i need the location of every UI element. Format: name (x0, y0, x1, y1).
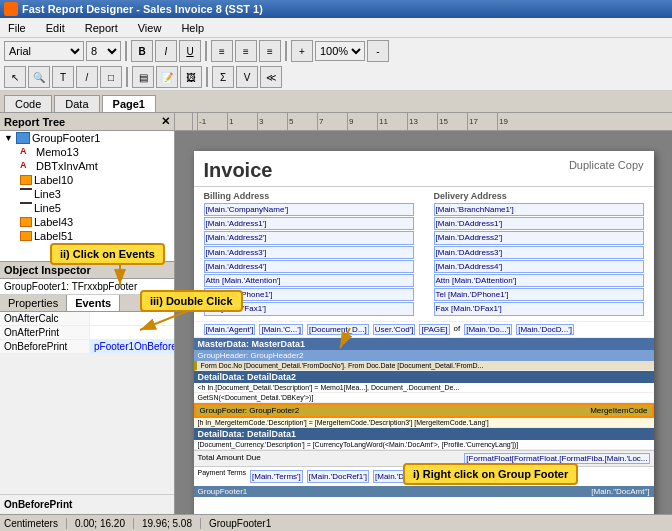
menu-file[interactable]: File (4, 20, 30, 36)
tree-item-line3[interactable]: Line3 (0, 187, 174, 201)
image-tool[interactable]: 🖼 (180, 66, 202, 88)
menu-help[interactable]: Help (177, 20, 208, 36)
callout-right-click: i) Right click on Group Footer (403, 463, 578, 485)
obj-val-2: pFooter1OnBeforePri... (90, 340, 174, 353)
tree-item-memo13[interactable]: A Memo13 (0, 145, 174, 159)
select-tool[interactable]: ↖ (4, 66, 26, 88)
underline-button[interactable]: U (179, 40, 201, 62)
line-icon (20, 188, 32, 200)
tab-code[interactable]: Code (4, 95, 52, 112)
field-dattention: Attn [Main.'DAttention'] (434, 274, 644, 287)
report-tree-header: Report Tree ✕ (0, 113, 174, 131)
callout-double-click-container: iii) Double Click (140, 290, 243, 312)
font-size-select[interactable]: 8 (86, 41, 121, 61)
field-company: [Main.'CompanyName'] (204, 203, 414, 216)
ruler-corner (175, 113, 193, 131)
meta-doc: [Document_D...] (307, 324, 369, 335)
tree-item-label51[interactable]: Label51 (0, 229, 174, 243)
rect-tool[interactable]: □ (100, 66, 122, 88)
group-icon (16, 132, 30, 144)
zoom-in-button[interactable]: + (291, 40, 313, 62)
invoice-addresses: Billing Address [Main.'CompanyName'] [Ma… (194, 187, 654, 322)
tree-label: Line5 (34, 202, 61, 214)
footer-terms-label: Payment Terms (198, 469, 247, 484)
callout-events-container: ii) Click on Events (50, 243, 165, 265)
horizontal-ruler: -1 1 3 5 7 9 11 13 15 17 19 (175, 113, 672, 131)
obj-key-2: OnBeforePrint (0, 340, 90, 353)
field-branch: [Main.'BranchName1'] (434, 203, 644, 216)
obj-val-0 (90, 312, 174, 325)
misc-tool[interactable]: ≪ (260, 66, 282, 88)
tree-item-dbtx[interactable]: A DBTxInvAmt (0, 159, 174, 173)
ruler-tick-1: 1 (227, 113, 257, 131)
zoom-out-button[interactable]: - (367, 40, 389, 62)
line-icon2 (20, 202, 32, 214)
tab-events[interactable]: Events (67, 295, 120, 311)
ruler-tick-15: 15 (437, 113, 467, 131)
zoom-tool[interactable]: 🔍 (28, 66, 50, 88)
tree-label: Label10 (34, 174, 73, 186)
font-select[interactable]: Arial (4, 41, 84, 61)
page-canvas: Invoice Duplicate Copy Billing Address [… (194, 151, 654, 514)
label-icon2 (20, 217, 32, 227)
report-tree-close[interactable]: ✕ (161, 115, 170, 128)
tree-label: Label43 (34, 216, 73, 228)
menu-report[interactable]: Report (81, 20, 122, 36)
meta-of: of (454, 324, 461, 335)
obj-inspector-label: Object Inspector (4, 264, 91, 276)
meta-user: User.'Cod'] (373, 324, 416, 335)
canvas-area[interactable]: -1 1 3 5 7 9 11 13 15 17 19 Invoice Dupl… (175, 113, 672, 514)
meta-docd: [Main.'DocD...'] (516, 324, 574, 335)
ruler-tick-19: 19 (497, 113, 527, 131)
separator-5 (206, 67, 208, 87)
ruler-tick-13: 13 (407, 113, 437, 131)
memo-tool[interactable]: 📝 (156, 66, 178, 88)
obj-row-2[interactable]: OnBeforePrint pFooter1OnBeforePri... (0, 340, 174, 354)
tree-item-label43[interactable]: Label43 (0, 215, 174, 229)
obj-row-1[interactable]: OnAfterPrint (0, 326, 174, 340)
total-field: [FormatFloat[FormatFloat.[FormatFiba.[Ma… (464, 453, 649, 464)
footer-ref1: [Main.'Terms'] (250, 470, 303, 483)
band-tool[interactable]: ▤ (132, 66, 154, 88)
var-tool[interactable]: V (236, 66, 258, 88)
tree-label: DBTxInvAmt (36, 160, 98, 172)
line-tool[interactable]: / (76, 66, 98, 88)
invoice-title: Invoice (204, 159, 273, 182)
expand-arrow: ▼ (4, 133, 16, 143)
menu-view[interactable]: View (134, 20, 166, 36)
invoice-meta: [Main.'Agent'] [Main.'C...'] [Document_D… (194, 322, 654, 338)
menu-edit[interactable]: Edit (42, 20, 69, 36)
footer-ref2: [Main.'DocRef1'] (307, 470, 369, 483)
detaildata2-content: [Document_Currency.'Description'] = [Cur… (194, 440, 654, 450)
tree-item-label10[interactable]: Label10 (0, 173, 174, 187)
align-center-button[interactable]: ≡ (235, 40, 257, 62)
field-address2: [Main.'Address2'] (204, 231, 414, 244)
tree-label: Memo13 (36, 146, 79, 158)
delivery-address: Delivery Address [Main.'BranchName1'] [M… (434, 191, 644, 317)
ruler-tick-3: 3 (257, 113, 287, 131)
status-size: 19.96; 5.08 (142, 518, 201, 529)
italic-button[interactable]: I (155, 40, 177, 62)
report-tree: ▼ GroupFooter1 A Memo13 A DBTxInvAmt Lab… (0, 131, 174, 261)
label-icon (20, 175, 32, 185)
field-daddress1: [Main.'DAddress1'] (434, 217, 644, 230)
field-daddress3: [Main.'DAddress3'] (434, 246, 644, 259)
obj-val-1 (90, 326, 174, 339)
object-toolbar: ↖ 🔍 T / □ ▤ 📝 🖼 Σ V ≪ (0, 64, 672, 90)
align-left-button[interactable]: ≡ (211, 40, 233, 62)
sum-tool[interactable]: Σ (212, 66, 234, 88)
tab-data[interactable]: Data (54, 95, 99, 112)
detaildata-header: DetailData: DetailData2 (194, 371, 654, 383)
zoom-select[interactable]: 100% (315, 41, 365, 61)
text-tool[interactable]: T (52, 66, 74, 88)
tab-bar: Code Data Page1 (0, 91, 672, 113)
tree-item-line5[interactable]: Line5 (0, 201, 174, 215)
tree-item-groupfooter1[interactable]: ▼ GroupFooter1 (0, 131, 174, 145)
obj-row-0[interactable]: OnAfterCalc (0, 312, 174, 326)
page-footer-band: GroupFooter1 [Main."DocAmt"] (194, 486, 654, 497)
align-right-button[interactable]: ≡ (259, 40, 281, 62)
tab-page1[interactable]: Page1 (102, 95, 156, 112)
meta-page: [PAGE] (419, 324, 449, 335)
tab-properties[interactable]: Properties (0, 295, 67, 311)
bold-button[interactable]: B (131, 40, 153, 62)
